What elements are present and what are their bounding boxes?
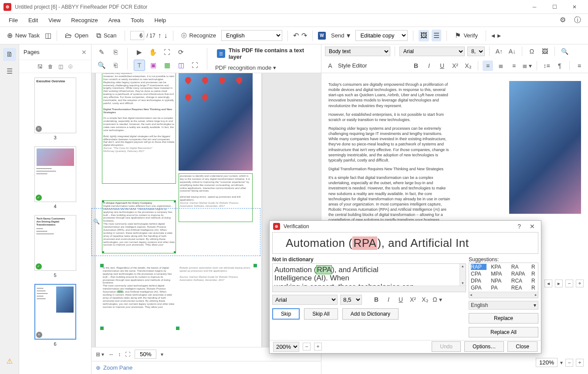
suggestion-item[interactable]: RAPA xyxy=(511,271,527,277)
recognize-page-icon[interactable]: ⦾ xyxy=(68,64,73,70)
undo-icon[interactable]: ↶ xyxy=(293,31,299,40)
scan-button[interactable]: ⧉Scan xyxy=(94,30,119,41)
crop-tool-icon[interactable]: ⛶ xyxy=(162,47,173,58)
thumbnail-page-6[interactable]: ▬▬▬▬▬▬▬▬▬▬▬▬▬▬▬▬▬▬▬≡ 6 xyxy=(19,284,91,347)
new-task-button[interactable]: ⊕New Task xyxy=(4,30,42,41)
page-down-icon[interactable]: ↓ xyxy=(164,32,168,40)
image-zoom-input[interactable] xyxy=(135,350,156,359)
superscript-icon[interactable]: X² xyxy=(450,61,460,71)
suggestion-item[interactable]: GPA xyxy=(471,285,487,291)
suggestion-item[interactable]: RAP xyxy=(471,264,487,270)
suggestion-item[interactable]: CPA xyxy=(471,271,487,277)
replace-button[interactable]: Replace xyxy=(469,313,538,323)
style-editor-icon[interactable]: A xyxy=(325,61,335,71)
text-area-tool-icon[interactable]: T xyxy=(134,60,145,71)
decrease-font-icon[interactable]: A↓ xyxy=(507,46,517,57)
suggestion-item[interactable]: R xyxy=(531,285,536,291)
picture-insert-icon[interactable]: 🖼 xyxy=(540,46,550,57)
undo-button[interactable]: Undo xyxy=(432,341,461,352)
suggestion-item[interactable]: R xyxy=(531,264,536,270)
table-area-tool-icon[interactable]: ▦ xyxy=(162,60,173,71)
suggestions-list[interactable]: RAP KPA RA R CPA MPA RAPA R DPA NPA RCA … xyxy=(469,263,538,298)
font-size-select[interactable]: 8,5 xyxy=(467,47,485,56)
ruler-icon[interactable]: ⊞ ▾ xyxy=(96,351,104,357)
menu-help[interactable]: Help xyxy=(149,15,172,25)
verification-close-icon[interactable]: ✕ xyxy=(527,223,537,230)
verify-underline-icon[interactable]: U xyxy=(396,296,406,303)
suggestion-item[interactable]: R xyxy=(531,271,536,277)
verify-italic-icon[interactable]: I xyxy=(384,296,393,303)
paragraph-icon[interactable]: ¶ xyxy=(554,61,565,71)
menu-area[interactable]: Area xyxy=(103,15,125,25)
verify-subscript-icon[interactable]: X₂ xyxy=(420,296,430,303)
options-button[interactable]: Options… xyxy=(464,341,504,352)
align-justify-icon[interactable]: ≣ ▾ xyxy=(522,61,532,71)
verify-language-select[interactable]: English▾ xyxy=(469,301,538,310)
fit-width-icon[interactable]: ↔ xyxy=(108,351,114,357)
add-to-dictionary-button[interactable]: Add to Dictionary xyxy=(342,308,399,320)
actual-size-icon[interactable]: ⛶ xyxy=(125,351,130,357)
edit-image-icon[interactable]: ✎ xyxy=(96,47,107,58)
editbox-vscroll[interactable]: ▴▾ xyxy=(460,264,466,286)
zoom-pane-toggle[interactable]: ⊕ Zoom Pane xyxy=(91,361,321,374)
view-mode-text-icon[interactable]: ☰ xyxy=(432,30,441,41)
verify-bold-icon[interactable]: B xyxy=(372,296,381,303)
recognize-button[interactable]: ⦾Recognize xyxy=(179,30,219,41)
align-center-icon[interactable]: ≣ xyxy=(496,61,506,71)
page-number-input[interactable] xyxy=(130,31,144,40)
more-formatting-icon[interactable]: ≡ xyxy=(574,61,585,71)
suggestions-hscroll[interactable]: ◂▸ xyxy=(469,292,538,298)
maximize-button[interactable]: ☐ xyxy=(544,0,564,14)
bold-icon[interactable]: B xyxy=(411,61,421,71)
font-family-select[interactable]: Arial xyxy=(399,47,465,56)
paragraph-style-select[interactable]: Body text xyxy=(325,47,390,56)
close-window-button[interactable]: ✕ xyxy=(564,0,585,14)
align-right-icon[interactable]: ≡ xyxy=(509,61,519,71)
redo-icon[interactable]: ↷ xyxy=(301,31,307,40)
find-icon[interactable]: 🔍 xyxy=(96,60,107,71)
save-pages-icon[interactable]: 🖫 xyxy=(37,64,43,70)
style-editor-label[interactable]: Style Editor xyxy=(338,62,367,69)
open-button[interactable]: 🗁Open xyxy=(62,30,91,41)
tab-list-icon[interactable]: ☰ xyxy=(3,64,16,77)
minimize-button[interactable]: ─ xyxy=(524,0,544,14)
view-mode-image-icon[interactable]: 🖼 xyxy=(419,30,429,41)
suggestion-item[interactable]: RA xyxy=(511,264,527,270)
next-mark-icon[interactable]: ▸ xyxy=(497,31,501,40)
suggestion-item[interactable]: NPA xyxy=(491,278,507,284)
suggestion-item[interactable]: MPA xyxy=(491,271,507,277)
verify-zoom-select[interactable]: 200% xyxy=(273,342,299,352)
verify-size-select[interactable]: 8,5 xyxy=(340,295,362,305)
suggestion-item[interactable]: PA xyxy=(491,285,507,291)
select-all-tool-icon[interactable]: ◫ xyxy=(176,60,187,71)
paste-area-icon[interactable]: ⎗ xyxy=(110,60,121,71)
verify-omega-icon[interactable]: Ω ▾ xyxy=(433,296,442,303)
omega-icon[interactable]: Ω xyxy=(527,46,537,57)
pointer-tool-icon[interactable]: ▶ xyxy=(134,47,145,58)
thumbnail-page-5[interactable]: Tech-Savvy CustomersAre Driving DigitalT… xyxy=(19,215,91,278)
menu-tools[interactable]: Tools xyxy=(125,15,149,25)
send-button[interactable]: Send▾ xyxy=(328,30,353,41)
page-up-icon[interactable]: ↑ xyxy=(158,32,162,40)
deskew-tool-icon[interactable]: ⟳ xyxy=(176,47,187,58)
copy-area-icon[interactable]: ⎘ xyxy=(110,47,121,58)
underline-icon[interactable]: U xyxy=(437,61,447,71)
verification-help-icon[interactable]: ? xyxy=(515,223,524,230)
skip-all-button[interactable]: Skip All xyxy=(304,308,338,320)
suggestion-item[interactable]: DPA xyxy=(471,278,487,284)
tabs-forward-icon[interactable]: ▸ xyxy=(555,280,563,287)
settings-icon[interactable]: ⚙ xyxy=(556,16,569,24)
line-spacing-icon[interactable]: ↕≡ xyxy=(541,61,552,71)
menu-view[interactable]: View xyxy=(43,15,66,25)
text-zoom-in-icon[interactable]: + xyxy=(576,359,584,367)
subscript-icon[interactable]: X₂ xyxy=(463,61,473,71)
verification-edit-box[interactable]: Automation (RPA), and Artificial Intelli… xyxy=(272,263,466,292)
hand-tool-icon[interactable]: ✋ xyxy=(148,47,159,58)
analyze-page-icon[interactable]: ◫ xyxy=(58,64,63,70)
help-icon[interactable]: ⓘ xyxy=(571,16,585,24)
prev-mark-icon[interactable]: ◂ xyxy=(491,31,495,40)
verify-font-select[interactable]: Arial xyxy=(272,295,338,305)
text-zoom-input[interactable] xyxy=(536,358,558,367)
frame-tool-icon[interactable]: ⛶ xyxy=(189,60,201,71)
delete-page-icon[interactable]: 🗑 xyxy=(48,64,53,70)
